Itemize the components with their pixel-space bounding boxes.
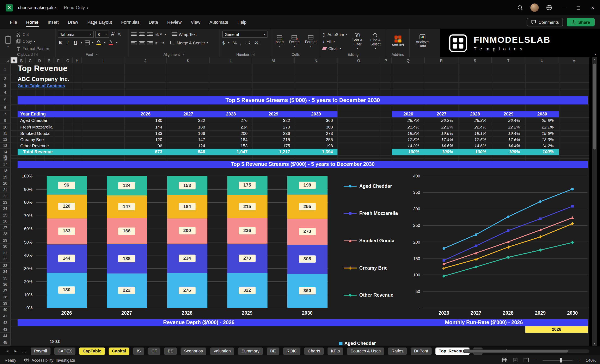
number-dialog-launcher[interactable]: ↘ — [251, 53, 255, 56]
column-header-P[interactable]: P — [380, 57, 392, 64]
font-color-icon[interactable]: A — [108, 40, 113, 45]
autosum-button[interactable]: ∑AutoSum▾ — [323, 31, 347, 37]
middle-align-icon[interactable] — [139, 32, 145, 36]
bottom-align-icon[interactable] — [147, 32, 153, 36]
horizontal-scrollbar[interactable] — [463, 350, 589, 353]
excel-app-icon[interactable]: X — [6, 4, 13, 11]
menu-formulas[interactable]: Formulas — [117, 15, 144, 29]
row-header-34[interactable]: 34 — [0, 269, 11, 275]
find-select-button[interactable]: Find & Select▾ — [368, 31, 383, 52]
comma-style-icon[interactable]: , — [240, 40, 241, 45]
row-header-40[interactable]: 40 — [0, 307, 11, 313]
increase-indent-icon[interactable]: ⇥ — [161, 40, 165, 45]
sheet-tab-capital[interactable]: Capital — [109, 347, 130, 355]
row-header-15[interactable]: 15 — [0, 155, 11, 158]
column-header-I[interactable]: I — [82, 57, 124, 64]
menu-review[interactable]: Review — [162, 15, 186, 29]
column-header-J[interactable]: J — [124, 57, 167, 64]
insert-cells-button[interactable]: +Insert▾ — [273, 31, 286, 52]
merge-center-button[interactable]: ↔Merge & Center▾ — [170, 40, 208, 45]
row-header-42[interactable]: 42 — [0, 319, 11, 326]
row-header-24[interactable]: 24 — [0, 206, 11, 212]
zoom-slider-thumb[interactable] — [560, 358, 562, 362]
addins-button[interactable]: Add-ins — [390, 31, 406, 52]
row-header-17[interactable]: 17 — [0, 161, 11, 168]
row-header-29[interactable]: 29 — [0, 237, 11, 244]
row-header-23[interactable]: 23 — [0, 199, 11, 206]
percent-style-icon[interactable]: % — [233, 40, 236, 45]
menu-help[interactable]: Help — [233, 15, 251, 29]
vertical-scroll-thumb[interactable] — [593, 64, 596, 149]
increase-font-size-icon[interactable]: A^ — [111, 32, 116, 36]
clear-button[interactable]: Clear▾ — [323, 45, 347, 51]
format-painter-button[interactable]: Format Painter — [16, 45, 49, 51]
align-right-icon[interactable] — [147, 40, 153, 45]
sheet-tab-captable[interactable]: CapTable — [79, 347, 105, 355]
menu-home[interactable]: Home — [22, 15, 43, 29]
row-header-19[interactable]: 19 — [0, 174, 11, 181]
copy-button[interactable]: Copy▾ — [16, 38, 49, 45]
column-header-L[interactable]: L — [210, 57, 252, 64]
row-header-38[interactable]: 38 — [0, 294, 11, 300]
sheet-tab-be[interactable]: BE — [267, 347, 279, 355]
select-all-corner[interactable] — [0, 57, 11, 64]
zoom-in-button[interactable]: + — [578, 357, 581, 363]
zoom-slider[interactable] — [543, 360, 572, 361]
decrease-decimal-icon[interactable]: .00→ — [254, 41, 261, 45]
delete-cells-button[interactable]: ×Delete▾ — [287, 31, 301, 52]
vertical-scrollbar[interactable]: ▴ ▾ — [592, 57, 597, 346]
account-avatar[interactable] — [527, 0, 542, 15]
column-header-E[interactable]: E — [45, 57, 54, 64]
row-header-3[interactable]: 3 — [0, 82, 11, 89]
row-header-35[interactable]: 35 — [0, 275, 11, 282]
borders-icon[interactable] — [85, 40, 89, 45]
sheet-tab-valuation[interactable]: Valuation — [210, 347, 234, 355]
column-header-C[interactable]: C — [26, 57, 35, 64]
row-header-25[interactable]: 25 — [0, 212, 11, 218]
row-header-44[interactable]: 44 — [0, 333, 11, 339]
maximize-button[interactable] — [571, 0, 585, 15]
sheet-tab-dupont[interactable]: DuPont — [411, 347, 431, 355]
row-header-9[interactable]: 9 — [0, 117, 11, 124]
paste-button[interactable]: ▾ — [2, 31, 14, 52]
decrease-indent-icon[interactable]: ⇤ — [155, 40, 159, 45]
column-header-A[interactable]: A — [11, 57, 18, 64]
row-header-37[interactable]: 37 — [0, 288, 11, 294]
cut-button[interactable]: Cut — [16, 31, 49, 37]
column-header-V[interactable]: V — [559, 57, 589, 64]
font-dialog-launcher[interactable]: ↘ — [95, 53, 98, 56]
sheet-tab-bs[interactable]: BS — [164, 347, 177, 355]
align-left-icon[interactable] — [131, 40, 137, 45]
row-header-36[interactable]: 36 — [0, 281, 11, 288]
sheet-tab-sources-uses[interactable]: Sources & Uses — [347, 347, 384, 355]
accessibility-status[interactable]: Accessibility: Investigate — [31, 358, 75, 362]
bold-icon[interactable]: B — [58, 40, 63, 45]
column-header-K[interactable]: K — [167, 57, 210, 64]
column-header-U[interactable]: U — [525, 57, 559, 64]
row-header-39[interactable]: 39 — [0, 300, 11, 307]
menu-draw[interactable]: Draw — [63, 15, 83, 29]
row-header-43[interactable]: 43 — [0, 326, 11, 333]
read-only-badge[interactable]: Read-Only▾ — [64, 5, 88, 10]
scroll-up-arrow[interactable]: ▴ — [592, 57, 597, 62]
prev-sheet-arrow[interactable]: ◂ — [3, 348, 12, 354]
row-header-14[interactable]: 14 — [0, 149, 11, 155]
row-header-20[interactable]: 20 — [0, 181, 11, 187]
font-size-combobox[interactable]: 8▾ — [95, 31, 109, 38]
zoom-out-button[interactable]: − — [534, 357, 537, 363]
menu-page-layout[interactable]: Page Layout — [83, 15, 117, 29]
row-header-28[interactable]: 28 — [0, 231, 11, 237]
row-header-13[interactable]: 13 — [0, 143, 11, 149]
sheet-tab-capex[interactable]: CAPEX — [54, 347, 75, 355]
column-header-M[interactable]: M — [252, 57, 295, 64]
column-header-Q[interactable]: Q — [392, 57, 425, 64]
page-layout-view-icon[interactable] — [513, 358, 518, 362]
search-icon[interactable] — [513, 0, 527, 15]
column-header-B[interactable]: B — [18, 57, 26, 64]
scroll-down-arrow[interactable]: ▾ — [592, 341, 597, 346]
column-header-O[interactable]: O — [338, 57, 380, 64]
column-header-D[interactable]: D — [35, 57, 44, 64]
row-header-5[interactable]: 5 — [0, 96, 11, 105]
row-header-41[interactable]: 41 — [0, 313, 11, 319]
row-header-26[interactable]: 26 — [0, 218, 11, 225]
